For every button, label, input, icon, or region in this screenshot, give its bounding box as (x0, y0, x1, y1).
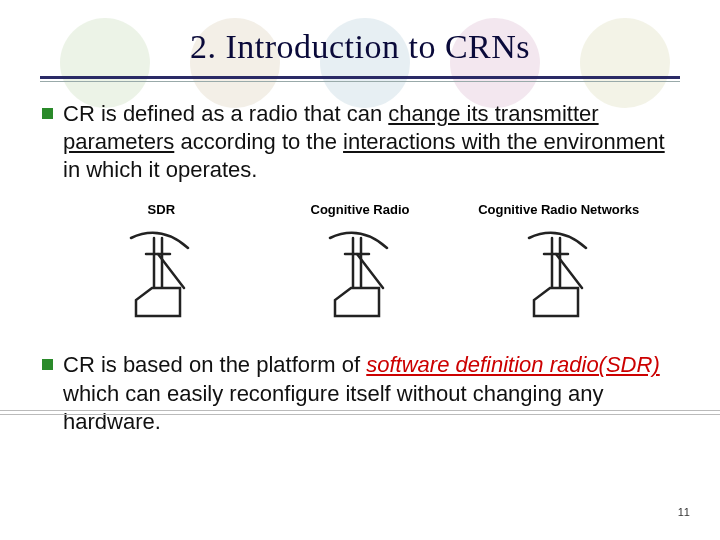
figure-labels: SDR Cognitive Radio Cognitive Radio Netw… (62, 202, 658, 217)
text-fragment: which can easily reconfigure itself with… (63, 381, 604, 434)
body: CR is defined as a radio that can change… (0, 82, 720, 436)
antenna-sdr (62, 230, 261, 325)
bullet-2-text: CR is based on the platform of software … (63, 351, 678, 435)
underline-phrase: interactions with the environment (343, 129, 665, 154)
antenna-icon (305, 230, 415, 325)
page-number: 11 (678, 506, 690, 518)
ground-line (0, 414, 720, 415)
bullet-icon (42, 359, 53, 370)
ground-line (0, 410, 720, 411)
figure-row (62, 225, 658, 325)
title-block: 2. Introduction to CRNs (0, 0, 720, 82)
italic-phrase: software definition radio(SDR) (366, 352, 659, 377)
text-fragment: CR is based on the platform of (63, 352, 366, 377)
antenna-icon (106, 230, 216, 325)
label-sdr: SDR (62, 202, 261, 217)
bullet-1: CR is defined as a radio that can change… (42, 100, 678, 184)
text-fragment: according to the (174, 129, 343, 154)
text-fragment: in which it operates. (63, 157, 257, 182)
antenna-cr (261, 230, 460, 325)
title-rule-thick (40, 76, 680, 79)
label-crn: Cognitive Radio Networks (459, 202, 658, 217)
slide-title: 2. Introduction to CRNs (0, 28, 720, 66)
antenna-crn (459, 230, 658, 325)
bullet-1-text: CR is defined as a radio that can change… (63, 100, 678, 184)
text-fragment: CR is defined as a radio that can (63, 101, 388, 126)
bullet-icon (42, 108, 53, 119)
antenna-icon (504, 230, 614, 325)
bullet-2: CR is based on the platform of software … (42, 351, 678, 435)
label-cr: Cognitive Radio (261, 202, 460, 217)
